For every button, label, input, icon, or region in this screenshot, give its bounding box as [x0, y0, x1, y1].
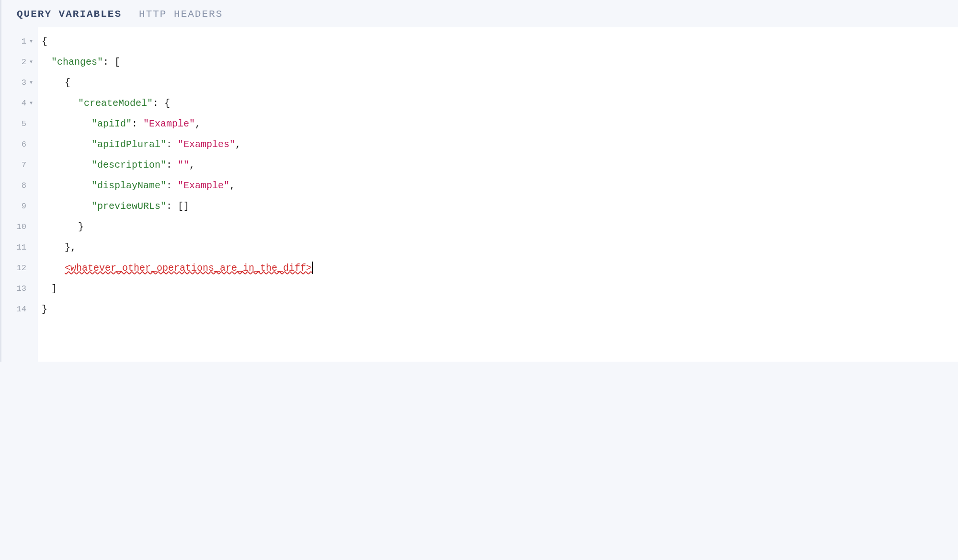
editor-gutter: 1 ▼ 2 ▼ 3 ▼ 4 ▼ 5 6	[1, 27, 38, 362]
gutter-line: 8	[1, 175, 38, 196]
json-key: "description"	[91, 155, 166, 175]
code-line: "displayName": "Example",	[38, 175, 958, 196]
line-number: 13	[17, 284, 26, 293]
colon: :	[103, 52, 114, 72]
code-line: ]	[38, 278, 958, 299]
gutter-line: 5	[1, 114, 38, 134]
gutter-line: 2 ▼	[1, 52, 38, 72]
colon: :	[153, 93, 164, 114]
fold-marker-icon[interactable]: ▼	[28, 80, 34, 85]
json-key: "createModel"	[78, 93, 153, 114]
brace-open: {	[164, 93, 170, 114]
comma: ,	[229, 175, 235, 196]
json-key: "displayName"	[91, 175, 166, 196]
panel-tabs: QUERY VARIABLES HTTP HEADERS	[0, 0, 958, 27]
code-line: <whatever_other_operations_are_in_the_di…	[38, 258, 958, 278]
gutter-line: 9	[1, 196, 38, 217]
gutter-line: 4 ▼	[1, 93, 38, 114]
json-string: ""	[178, 155, 189, 175]
gutter-line: 3 ▼	[1, 72, 38, 93]
line-number: 5	[22, 119, 26, 128]
json-string: "Example"	[143, 114, 195, 134]
comma: ,	[189, 155, 195, 175]
line-number: 1	[22, 37, 26, 46]
json-key: "apiIdPlural"	[91, 134, 166, 155]
line-number: 8	[22, 181, 26, 190]
code-line: {	[38, 31, 958, 52]
line-number: 14	[17, 305, 26, 314]
brace-open: {	[42, 31, 47, 52]
code-line: }	[38, 299, 958, 320]
json-key: "previewURLs"	[91, 196, 166, 217]
gutter-line: 1 ▼	[1, 31, 38, 52]
line-number: 7	[22, 160, 26, 170]
code-line: }	[38, 217, 958, 237]
fold-marker-icon[interactable]: ▼	[28, 39, 34, 44]
line-number: 2	[22, 57, 26, 67]
tab-query-variables[interactable]: QUERY VARIABLES	[17, 9, 122, 20]
bracket-open: [	[114, 52, 120, 72]
text-cursor	[312, 262, 313, 274]
line-number: 3	[22, 78, 26, 87]
error-token: <whatever_other_operations_are_in_the_di…	[65, 258, 312, 278]
gutter-line: 11	[1, 237, 38, 258]
code-line: "changes": [	[38, 52, 958, 72]
code-line: "apiIdPlural": "Examples",	[38, 134, 958, 155]
comma: ,	[235, 134, 241, 155]
comma: ,	[195, 114, 201, 134]
gutter-line: 13	[1, 278, 38, 299]
variables-panel: QUERY VARIABLES HTTP HEADERS 1 ▼ 2 ▼ 3 ▼…	[0, 0, 958, 362]
colon: :	[166, 196, 178, 217]
editor-padding	[38, 320, 958, 358]
line-number: 9	[22, 202, 26, 211]
line-number: 10	[17, 222, 26, 231]
code-line: "previewURLs": []	[38, 196, 958, 217]
brace-open: {	[65, 72, 70, 93]
line-number: 12	[17, 263, 26, 273]
gutter-line: 6	[1, 134, 38, 155]
colon: :	[132, 114, 143, 134]
fold-marker-icon[interactable]: ▼	[28, 59, 34, 65]
tab-http-headers[interactable]: HTTP HEADERS	[139, 9, 223, 20]
gutter-line: 10	[1, 217, 38, 237]
line-number: 11	[17, 243, 26, 252]
comma: ,	[70, 237, 76, 258]
line-number: 6	[22, 140, 26, 149]
code-line: },	[38, 237, 958, 258]
gutter-line: 14	[1, 299, 38, 320]
json-string: "Example"	[178, 175, 229, 196]
json-editor[interactable]: 1 ▼ 2 ▼ 3 ▼ 4 ▼ 5 6	[0, 27, 958, 362]
code-area[interactable]: { "changes": [ { "createModel": { "apiId…	[38, 27, 958, 362]
code-line: "apiId": "Example",	[38, 114, 958, 134]
colon: :	[166, 134, 178, 155]
code-line: {	[38, 72, 958, 93]
brace-close: }	[78, 217, 84, 237]
bracket-empty: []	[178, 196, 189, 217]
bracket-close: ]	[51, 278, 57, 299]
line-number: 4	[22, 99, 26, 108]
code-line: "description": "",	[38, 155, 958, 175]
colon: :	[166, 155, 178, 175]
json-key: "changes"	[51, 52, 103, 72]
gutter-line: 7	[1, 155, 38, 175]
brace-close: }	[65, 237, 70, 258]
colon: :	[166, 175, 178, 196]
brace-close: }	[42, 299, 47, 320]
json-string: "Examples"	[178, 134, 235, 155]
fold-marker-icon[interactable]: ▼	[28, 101, 34, 106]
json-key: "apiId"	[91, 114, 132, 134]
gutter-line: 12	[1, 258, 38, 278]
code-line: "createModel": {	[38, 93, 958, 114]
